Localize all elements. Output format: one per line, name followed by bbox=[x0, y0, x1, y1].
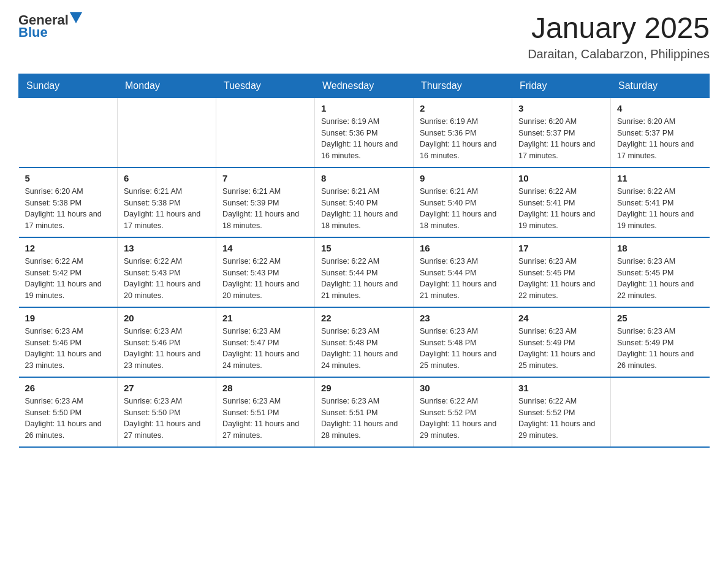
day-number: 16 bbox=[420, 243, 506, 253]
month-title: January 2025 bbox=[528, 12, 710, 45]
day-number: 11 bbox=[617, 173, 703, 183]
header-monday: Monday bbox=[118, 74, 216, 98]
day-info: Sunrise: 6:21 AM Sunset: 5:40 PM Dayligh… bbox=[420, 186, 506, 232]
day-number: 30 bbox=[420, 383, 506, 393]
days-header-row: SundayMondayTuesdayWednesdayThursdayFrid… bbox=[19, 74, 710, 98]
day-number: 26 bbox=[25, 383, 112, 393]
logo-blue-text: Blue bbox=[18, 25, 48, 40]
day-info: Sunrise: 6:20 AM Sunset: 5:38 PM Dayligh… bbox=[25, 186, 112, 232]
day-cell: 4Sunrise: 6:20 AM Sunset: 5:37 PM Daylig… bbox=[611, 98, 710, 167]
day-cell: 25Sunrise: 6:23 AM Sunset: 5:49 PM Dayli… bbox=[611, 307, 710, 377]
week-row-1: 1Sunrise: 6:19 AM Sunset: 5:36 PM Daylig… bbox=[19, 98, 710, 167]
day-cell: 30Sunrise: 6:22 AM Sunset: 5:52 PM Dayli… bbox=[414, 377, 512, 447]
day-info: Sunrise: 6:23 AM Sunset: 5:48 PM Dayligh… bbox=[420, 326, 506, 372]
day-cell: 10Sunrise: 6:22 AM Sunset: 5:41 PM Dayli… bbox=[512, 167, 611, 237]
day-info: Sunrise: 6:22 AM Sunset: 5:52 PM Dayligh… bbox=[518, 396, 604, 442]
day-number: 1 bbox=[321, 103, 407, 113]
day-number: 31 bbox=[518, 383, 604, 393]
day-info: Sunrise: 6:23 AM Sunset: 5:50 PM Dayligh… bbox=[124, 396, 210, 442]
day-info: Sunrise: 6:23 AM Sunset: 5:45 PM Dayligh… bbox=[518, 256, 604, 302]
day-cell: 9Sunrise: 6:21 AM Sunset: 5:40 PM Daylig… bbox=[414, 167, 512, 237]
day-number: 9 bbox=[420, 173, 506, 183]
day-info: Sunrise: 6:23 AM Sunset: 5:45 PM Dayligh… bbox=[617, 256, 703, 302]
day-number: 29 bbox=[321, 383, 407, 393]
calendar-table: SundayMondayTuesdayWednesdayThursdayFrid… bbox=[18, 74, 710, 448]
day-number: 15 bbox=[321, 243, 407, 253]
title-area: January 2025 Daraitan, Calabarzon, Phili… bbox=[528, 12, 710, 61]
day-cell: 20Sunrise: 6:23 AM Sunset: 5:46 PM Dayli… bbox=[118, 307, 216, 377]
svg-marker-0 bbox=[70, 12, 82, 23]
day-cell: 15Sunrise: 6:22 AM Sunset: 5:44 PM Dayli… bbox=[315, 237, 414, 307]
day-info: Sunrise: 6:21 AM Sunset: 5:38 PM Dayligh… bbox=[124, 186, 210, 232]
day-info: Sunrise: 6:20 AM Sunset: 5:37 PM Dayligh… bbox=[617, 116, 703, 162]
logo-triangle-icon bbox=[70, 12, 82, 25]
day-info: Sunrise: 6:22 AM Sunset: 5:44 PM Dayligh… bbox=[321, 256, 407, 302]
day-cell: 5Sunrise: 6:20 AM Sunset: 5:38 PM Daylig… bbox=[19, 167, 118, 237]
day-number: 19 bbox=[25, 313, 112, 323]
day-info: Sunrise: 6:19 AM Sunset: 5:36 PM Dayligh… bbox=[420, 116, 506, 162]
day-cell: 26Sunrise: 6:23 AM Sunset: 5:50 PM Dayli… bbox=[19, 377, 118, 447]
day-number: 2 bbox=[420, 103, 506, 113]
day-cell: 12Sunrise: 6:22 AM Sunset: 5:42 PM Dayli… bbox=[19, 237, 118, 307]
day-number: 17 bbox=[518, 243, 604, 253]
day-info: Sunrise: 6:23 AM Sunset: 5:49 PM Dayligh… bbox=[518, 326, 604, 372]
day-cell: 29Sunrise: 6:23 AM Sunset: 5:51 PM Dayli… bbox=[315, 377, 414, 447]
day-cell bbox=[611, 377, 710, 447]
day-cell: 19Sunrise: 6:23 AM Sunset: 5:46 PM Dayli… bbox=[19, 307, 118, 377]
day-info: Sunrise: 6:23 AM Sunset: 5:49 PM Dayligh… bbox=[617, 326, 703, 372]
day-number: 22 bbox=[321, 313, 407, 323]
day-info: Sunrise: 6:22 AM Sunset: 5:52 PM Dayligh… bbox=[420, 396, 506, 442]
day-info: Sunrise: 6:22 AM Sunset: 5:43 PM Dayligh… bbox=[124, 256, 210, 302]
day-cell: 3Sunrise: 6:20 AM Sunset: 5:37 PM Daylig… bbox=[512, 98, 611, 167]
header-saturday: Saturday bbox=[611, 74, 710, 98]
header-wednesday: Wednesday bbox=[315, 74, 414, 98]
day-info: Sunrise: 6:23 AM Sunset: 5:44 PM Dayligh… bbox=[420, 256, 506, 302]
day-cell: 27Sunrise: 6:23 AM Sunset: 5:50 PM Dayli… bbox=[118, 377, 216, 447]
day-cell bbox=[19, 98, 118, 167]
week-row-5: 26Sunrise: 6:23 AM Sunset: 5:50 PM Dayli… bbox=[19, 377, 710, 447]
logo: General Blue bbox=[18, 12, 82, 40]
day-info: Sunrise: 6:21 AM Sunset: 5:39 PM Dayligh… bbox=[222, 186, 308, 232]
header-thursday: Thursday bbox=[414, 74, 512, 98]
day-cell: 28Sunrise: 6:23 AM Sunset: 5:51 PM Dayli… bbox=[216, 377, 315, 447]
day-number: 24 bbox=[518, 313, 604, 323]
day-info: Sunrise: 6:23 AM Sunset: 5:47 PM Dayligh… bbox=[222, 326, 308, 372]
day-cell: 11Sunrise: 6:22 AM Sunset: 5:41 PM Dayli… bbox=[611, 167, 710, 237]
day-cell: 8Sunrise: 6:21 AM Sunset: 5:40 PM Daylig… bbox=[315, 167, 414, 237]
week-row-4: 19Sunrise: 6:23 AM Sunset: 5:46 PM Dayli… bbox=[19, 307, 710, 377]
day-number: 23 bbox=[420, 313, 506, 323]
day-number: 27 bbox=[124, 383, 210, 393]
day-info: Sunrise: 6:23 AM Sunset: 5:51 PM Dayligh… bbox=[321, 396, 407, 442]
day-cell: 24Sunrise: 6:23 AM Sunset: 5:49 PM Dayli… bbox=[512, 307, 611, 377]
day-info: Sunrise: 6:23 AM Sunset: 5:46 PM Dayligh… bbox=[124, 326, 210, 372]
day-cell: 14Sunrise: 6:22 AM Sunset: 5:43 PM Dayli… bbox=[216, 237, 315, 307]
day-number: 18 bbox=[617, 243, 703, 253]
day-cell: 17Sunrise: 6:23 AM Sunset: 5:45 PM Dayli… bbox=[512, 237, 611, 307]
day-cell: 13Sunrise: 6:22 AM Sunset: 5:43 PM Dayli… bbox=[118, 237, 216, 307]
day-number: 14 bbox=[222, 243, 308, 253]
day-number: 13 bbox=[124, 243, 210, 253]
header-tuesday: Tuesday bbox=[216, 74, 315, 98]
day-info: Sunrise: 6:23 AM Sunset: 5:46 PM Dayligh… bbox=[25, 326, 112, 372]
day-number: 28 bbox=[222, 383, 308, 393]
day-cell bbox=[118, 98, 216, 167]
day-cell: 6Sunrise: 6:21 AM Sunset: 5:38 PM Daylig… bbox=[118, 167, 216, 237]
day-number: 7 bbox=[222, 173, 308, 183]
day-number: 25 bbox=[617, 313, 703, 323]
day-info: Sunrise: 6:23 AM Sunset: 5:48 PM Dayligh… bbox=[321, 326, 407, 372]
day-number: 8 bbox=[321, 173, 407, 183]
week-row-2: 5Sunrise: 6:20 AM Sunset: 5:38 PM Daylig… bbox=[19, 167, 710, 237]
day-number: 4 bbox=[617, 103, 703, 113]
day-number: 3 bbox=[518, 103, 604, 113]
location-subtitle: Daraitan, Calabarzon, Philippines bbox=[528, 47, 710, 61]
day-cell: 23Sunrise: 6:23 AM Sunset: 5:48 PM Dayli… bbox=[414, 307, 512, 377]
day-info: Sunrise: 6:21 AM Sunset: 5:40 PM Dayligh… bbox=[321, 186, 407, 232]
day-info: Sunrise: 6:22 AM Sunset: 5:42 PM Dayligh… bbox=[25, 256, 112, 302]
day-number: 20 bbox=[124, 313, 210, 323]
day-number: 10 bbox=[518, 173, 604, 183]
day-cell: 2Sunrise: 6:19 AM Sunset: 5:36 PM Daylig… bbox=[414, 98, 512, 167]
day-cell: 21Sunrise: 6:23 AM Sunset: 5:47 PM Dayli… bbox=[216, 307, 315, 377]
day-info: Sunrise: 6:22 AM Sunset: 5:43 PM Dayligh… bbox=[222, 256, 308, 302]
day-info: Sunrise: 6:23 AM Sunset: 5:51 PM Dayligh… bbox=[222, 396, 308, 442]
day-cell: 18Sunrise: 6:23 AM Sunset: 5:45 PM Dayli… bbox=[611, 237, 710, 307]
